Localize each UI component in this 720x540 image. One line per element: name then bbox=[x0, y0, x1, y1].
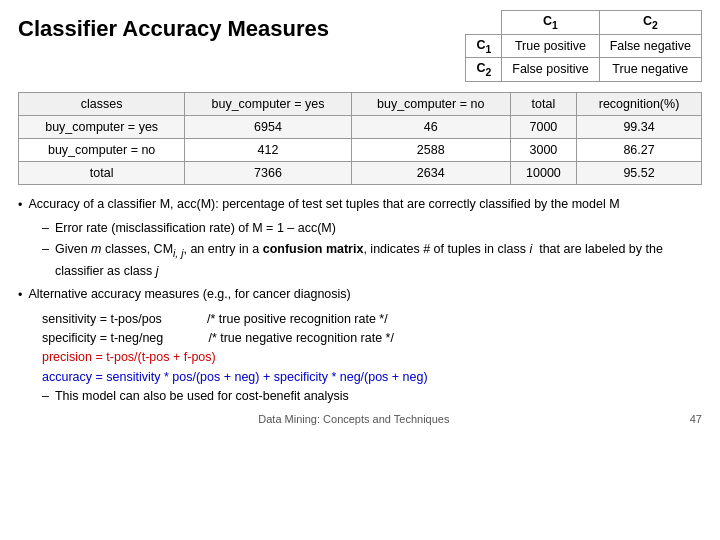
specificity-label: specificity = t-neg/neg bbox=[42, 331, 163, 345]
dash-item-final: – This model can also be used for cost-b… bbox=[42, 387, 702, 406]
bullet-2-text: Alternative accuracy measures (e.g., for… bbox=[28, 285, 702, 304]
dash-2-text: Given m classes, CMi, j, an entry in a c… bbox=[55, 240, 702, 281]
accuracy-table: classes buy_computer = yes buy_computer … bbox=[18, 92, 702, 185]
footer-right: 47 bbox=[690, 413, 702, 425]
specificity-comment: /* true negative recognition rate */ bbox=[208, 331, 394, 345]
table-row: buy_computer = no 412 2588 3000 86.27 bbox=[19, 138, 702, 161]
dash-icon-final: – bbox=[42, 387, 49, 406]
false-positive-cell: False positive bbox=[502, 58, 599, 82]
bullet-1: • Accuracy of a classifier M, acc(M): pe… bbox=[18, 195, 702, 215]
false-negative-cell: False negative bbox=[599, 34, 701, 58]
precision-line: precision = t-pos/(t-pos + f-pos) bbox=[42, 348, 702, 367]
sensitivity-comment: /* true positive recognition rate */ bbox=[207, 312, 388, 326]
footer: Data Mining: Concepts and Techniques 47 bbox=[18, 413, 702, 425]
bullet-icon-1: • bbox=[18, 196, 22, 215]
table-row: buy_computer = yes 6954 46 7000 99.34 bbox=[19, 115, 702, 138]
bullet-1-text: Accuracy of a classifier M, acc(M): perc… bbox=[28, 195, 702, 214]
bullet-2: • Alternative accuracy measures (e.g., f… bbox=[18, 285, 702, 305]
true-negative-cell: True negative bbox=[599, 58, 701, 82]
content-section: • Accuracy of a classifier M, acc(M): pe… bbox=[18, 195, 702, 407]
bullet-icon-2: • bbox=[18, 286, 22, 305]
accuracy-eq: = sensitivity * pos/(pos + neg) + specif… bbox=[96, 370, 428, 384]
dash-item-2: – Given m classes, CMi, j, an entry in a… bbox=[42, 240, 702, 281]
accuracy-line: accuracy = sensitivity * pos/(pos + neg)… bbox=[42, 368, 702, 387]
confusion-matrix-table: C1 C2 C1 True positive False negative C2… bbox=[465, 10, 702, 82]
precision-label: precision bbox=[42, 350, 92, 364]
dash-1-text: Error rate (misclassification rate) of M… bbox=[55, 219, 336, 238]
specificity-line: specificity = t-neg/neg /* true negative… bbox=[42, 329, 702, 348]
accuracy-label: accuracy bbox=[42, 370, 92, 384]
col-buy-yes: buy_computer = yes bbox=[185, 92, 351, 115]
dash-icon-1: – bbox=[42, 219, 49, 238]
col-total: total bbox=[510, 92, 576, 115]
sensitivity-label: sensitivity = t-pos/pos bbox=[42, 312, 162, 326]
footer-center: Data Mining: Concepts and Techniques bbox=[258, 413, 449, 425]
dash-final-text: This model can also be used for cost-ben… bbox=[55, 387, 349, 406]
table-row: total 7366 2634 10000 95.52 bbox=[19, 161, 702, 184]
dash-item-1: – Error rate (misclassification rate) of… bbox=[42, 219, 702, 238]
col-classes: classes bbox=[19, 92, 185, 115]
col-recognition: recognition(%) bbox=[577, 92, 702, 115]
sensitivity-line: sensitivity = t-pos/pos /* true positive… bbox=[42, 310, 702, 329]
true-positive-cell: True positive bbox=[502, 34, 599, 58]
col-buy-no: buy_computer = no bbox=[351, 92, 510, 115]
dash-icon-2: – bbox=[42, 240, 49, 281]
page-title: Classifier Accuracy Measures bbox=[18, 10, 465, 42]
alt-measures: sensitivity = t-pos/pos /* true positive… bbox=[42, 310, 702, 388]
precision-eq: = t-pos/(t-pos + f-pos) bbox=[96, 350, 216, 364]
